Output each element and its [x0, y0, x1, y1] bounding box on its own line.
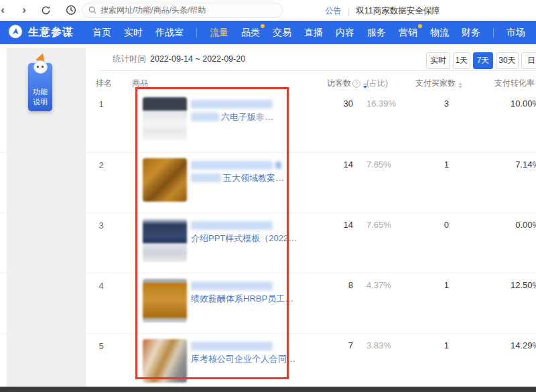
- conversion-cell: 7.14%: [515, 159, 536, 170]
- nav-divider: [493, 28, 494, 38]
- product-title-link[interactable]: 库考核公司企业个人合同…: [191, 353, 295, 365]
- divider: [99, 70, 536, 71]
- table-header: 排名 商品 访客数? (占比) 支付买家数 支付转化率?: [0, 74, 536, 92]
- product-thumbnail[interactable]: [143, 158, 187, 202]
- info-icon[interactable]: ?: [352, 80, 360, 88]
- period-selector: 实时 1天 7天 30天 日: [426, 52, 536, 69]
- app-window: ‹ › 搜索网址/功能/商品/头条/帮助 公告 | 双11商家数据安全保障 生意…: [0, 0, 536, 392]
- conversion-cell: 12.50%: [511, 280, 536, 290]
- top-nav: 生意参谋 首页 实时 作战室 流量 品类 交易 直播 内容 服务 营销 物流 财…: [0, 21, 536, 44]
- nav-item-traffic[interactable]: 流量: [210, 27, 228, 39]
- rank-cell: 2: [94, 160, 109, 170]
- stat-date-range: 2022-09-14 ~ 2022-09-20: [150, 54, 245, 64]
- share-cell: 7.65%: [366, 159, 391, 170]
- col-rank: 排名: [96, 78, 112, 89]
- nav-divider: [196, 28, 197, 38]
- period-realtime-button[interactable]: 实时: [426, 52, 450, 69]
- buyers-cell: 1: [444, 159, 449, 170]
- product-thumbnail[interactable]: [143, 339, 187, 383]
- product-title-link[interactable]: 六电子版非…: [221, 111, 273, 123]
- product-title-link[interactable]: 介绍PPT样式模板（2022…: [191, 233, 297, 245]
- product-title-link[interactable]: 五大领域教案…: [223, 172, 284, 184]
- blurred-title-line: [191, 342, 273, 350]
- conversion-cell: 14.29%: [511, 340, 536, 350]
- conversion-cell: 0.00%: [515, 220, 536, 230]
- nav-item-category[interactable]: 品类: [241, 27, 260, 39]
- announcement-text[interactable]: 双11商家数据安全保障: [356, 5, 440, 17]
- nav-item-marketing[interactable]: 营销: [399, 27, 417, 39]
- buyers-cell: 3: [444, 99, 449, 109]
- nav-items: 首页 实时 作战室 流量 品类 交易 直播 内容 服务 营销 物流 财务 市场 …: [92, 27, 536, 39]
- rank-cell: 4: [94, 281, 109, 291]
- blurred-title-prefix: [191, 174, 221, 182]
- period-day-button[interactable]: 日: [521, 52, 536, 69]
- mascot-icon: [31, 54, 51, 76]
- nav-item-logistics[interactable]: 物流: [430, 27, 449, 39]
- col-conversion[interactable]: 支付转化率?: [494, 78, 536, 89]
- nav-item-trade[interactable]: 交易: [273, 27, 291, 39]
- stat-time-label: 统计时间: [113, 54, 146, 64]
- table-row: 4 绩效薪酬体系HRBP员工… 8 4.37% 1 12.50%: [0, 273, 536, 333]
- visitors-cell: 7: [348, 340, 353, 350]
- nav-item-realtime[interactable]: 实时: [124, 27, 143, 39]
- stat-time: 统计时间2022-09-14 ~ 2022-09-20: [113, 54, 245, 65]
- nav-item-market[interactable]: 市场: [507, 27, 525, 39]
- nav-item-content[interactable]: 内容: [336, 27, 354, 39]
- product-thumbnail[interactable]: [143, 279, 187, 322]
- blurred-title-chip: [275, 161, 281, 169]
- history-clock-icon[interactable]: [64, 3, 78, 17]
- announcement-label[interactable]: 公告: [325, 5, 342, 17]
- conversion-cell: 10.00%: [511, 99, 536, 109]
- product-thumbnail[interactable]: [143, 218, 187, 262]
- buyers-cell: 1: [444, 280, 449, 290]
- table-row: 1 六电子版非… 30 16.39% 3 10.00%: [0, 92, 536, 152]
- nav-item-finance[interactable]: 财务: [462, 27, 480, 39]
- col-buyers[interactable]: 支付买家数: [415, 78, 462, 89]
- nav-item-home[interactable]: 首页: [92, 27, 111, 39]
- nav-item-service[interactable]: 服务: [367, 27, 386, 39]
- visitors-cell: 30: [344, 99, 353, 109]
- blurred-title-line: [191, 221, 273, 230]
- browser-bar: ‹ › 搜索网址/功能/商品/头条/帮助 公告 | 双11商家数据安全保障: [0, 0, 536, 21]
- notification-dot: [261, 24, 265, 28]
- search-placeholder: 搜索网址/功能/商品/头条/帮助: [100, 5, 206, 16]
- blurred-title-line: [191, 281, 273, 290]
- nav-item-warroom[interactable]: 作战室: [155, 27, 184, 39]
- col-share: (占比): [366, 78, 388, 89]
- logo-icon: [8, 24, 23, 42]
- refresh-icon[interactable]: [39, 3, 52, 17]
- period-7day-button[interactable]: 7天: [473, 52, 493, 69]
- announcement: 公告 | 双11商家数据安全保障: [325, 5, 440, 17]
- share-cell: 4.37%: [366, 280, 391, 290]
- sort-icon-buyers[interactable]: [458, 82, 462, 88]
- buyers-cell: 1: [444, 340, 449, 350]
- table-row: 3 介绍PPT样式模板（2022… 14 7.65% 0 0.00%: [0, 212, 536, 273]
- nav-item-live[interactable]: 直播: [304, 27, 323, 39]
- blurred-title-line: [191, 161, 273, 170]
- bottom-bar: [0, 387, 536, 392]
- share-cell: 16.39%: [366, 99, 396, 109]
- product-thumbnail[interactable]: [143, 97, 187, 141]
- share-cell: 7.65%: [366, 220, 391, 230]
- col-product: 商品: [132, 78, 148, 89]
- period-1day-button[interactable]: 1天: [453, 52, 470, 69]
- period-30day-button[interactable]: 30天: [496, 52, 519, 69]
- rank-cell: 3: [94, 220, 109, 231]
- rank-cell: 5: [94, 341, 109, 351]
- address-search-input[interactable]: 搜索网址/功能/商品/头条/帮助: [82, 3, 283, 18]
- back-icon[interactable]: ‹: [0, 3, 9, 17]
- blurred-title-line: [191, 100, 273, 109]
- col-visitors[interactable]: 访客数?: [327, 78, 367, 89]
- table-row: 5 库考核公司企业个人合同… 7 3.83% 1 14.29%: [0, 333, 536, 387]
- brand[interactable]: 生意参谋: [8, 24, 74, 42]
- forward-icon[interactable]: ›: [17, 3, 31, 17]
- buyers-cell: 0: [444, 220, 449, 230]
- blurred-title-prefix: [191, 113, 219, 121]
- rank-cell: 1: [94, 99, 109, 109]
- announcement-divider: |: [348, 7, 350, 16]
- share-cell: 3.83%: [366, 340, 391, 350]
- notification-dot: [418, 24, 422, 28]
- product-title-link[interactable]: 绩效薪酬体系HRBP员工…: [191, 293, 293, 305]
- visitors-cell: 14: [344, 159, 353, 170]
- search-icon: [88, 5, 96, 17]
